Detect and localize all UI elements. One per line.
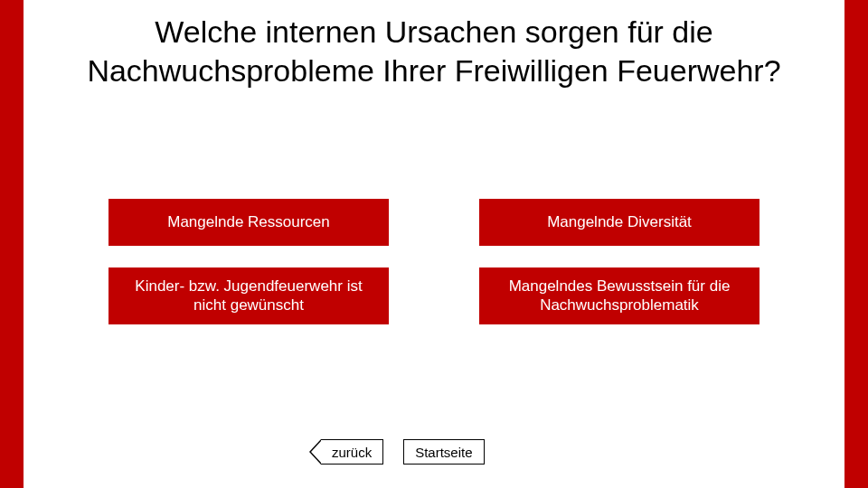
option-mangelnde-ressourcen[interactable]: Mangelnde Ressourcen [108,199,389,246]
decorative-stripe-left [0,0,24,488]
home-button[interactable]: Startseite [403,439,484,465]
back-button-label: zurück [332,445,372,460]
nav-bar: zurück Startseite [321,439,485,465]
option-kinder-jugendfeuerwehr[interactable]: Kinder- bzw. Jugendfeuerwehr ist nicht g… [108,267,389,324]
page-title: Welche internen Ursachen sorgen für die … [72,13,796,89]
option-mangelndes-bewusstsein[interactable]: Mangelndes Bewusstsein für die Nachwuchs… [479,267,760,324]
options-grid: Mangelnde Ressourcen Mangelnde Diversitä… [108,199,760,324]
option-mangelnde-diversitaet[interactable]: Mangelnde Diversität [479,199,760,246]
slide: Welche internen Ursachen sorgen für die … [0,0,868,488]
back-button[interactable]: zurück [321,439,383,465]
home-button-label: Startseite [415,445,472,460]
decorative-stripe-right [844,0,868,488]
